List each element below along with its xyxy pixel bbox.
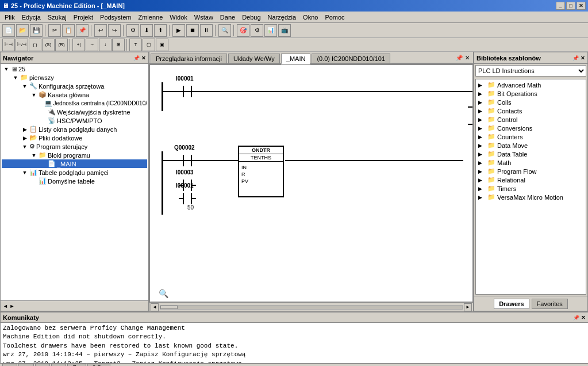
tree-listy[interactable]: ▶ 📋 Listy okna podglądu danych [2, 125, 147, 134]
tree-expand-listy[interactable]: ▶ [20, 127, 29, 132]
tb2-6[interactable]: +| [72, 39, 85, 51]
tb-upload[interactable]: ⬆ [154, 24, 167, 37]
tb-cut[interactable]: ✂ [48, 24, 61, 37]
tree-program[interactable]: ▼ ⚙ Program sterujący [2, 142, 147, 151]
maximize-button[interactable]: □ [566, 2, 575, 10]
tb2-12[interactable]: ▣ [156, 39, 168, 51]
hscroll-thumb[interactable] [160, 306, 178, 309]
tree-tabele[interactable]: ▼ 📊 Tabele podglądu pamięci [2, 168, 147, 177]
menu-zmienne[interactable]: Zmienne [134, 13, 166, 22]
hscroll-track[interactable] [160, 305, 463, 310]
library-pin[interactable]: 📌 ✕ [572, 55, 585, 61]
menu-edycja[interactable]: Edycja [18, 13, 44, 22]
lib-expand-advanced[interactable]: ▶ [478, 82, 487, 88]
bottom-tab-p[interactable]: ? P... [87, 364, 110, 366]
tb-search[interactable]: 🔍 [218, 24, 231, 37]
tb-open[interactable]: 📂 [16, 24, 29, 37]
tab-przegladarka[interactable]: Przeglądarka informacji [151, 54, 227, 63]
menu-okno[interactable]: Okno [299, 13, 321, 22]
tree-domyslne[interactable]: 📊 Domyślne tabele [2, 177, 147, 185]
tb2-3[interactable]: ( ) [29, 39, 41, 51]
tree-expand-bloki[interactable]: ▼ [29, 152, 39, 158]
lib-conversions[interactable]: ▶ 📁 Conversions [477, 124, 585, 132]
tb2-7[interactable]: → [86, 39, 98, 51]
tb-save[interactable]: 💾 [30, 24, 43, 37]
tb-run[interactable]: ▶ [172, 24, 185, 37]
tab-układy[interactable]: Układy We/Wy [228, 54, 280, 63]
canvas-hscroll[interactable]: ◄ ► [149, 302, 473, 311]
lib-expand-control[interactable]: ▶ [478, 117, 487, 123]
tb-target[interactable]: 🎯 [237, 24, 249, 37]
lib-expand-versamax[interactable]: ▶ [478, 195, 487, 200]
tb-undo[interactable]: ↩ [94, 24, 107, 37]
menu-pomoc[interactable]: Pomoc [321, 13, 348, 22]
tree-hsc[interactable]: 📡 HSC/PWM/PTO [2, 116, 147, 125]
tb-vars[interactable]: 📊 [264, 24, 277, 37]
tb2-11[interactable]: ▢ [143, 39, 155, 51]
lib-expand-bit[interactable]: ▶ [478, 91, 487, 97]
menu-projekt[interactable]: Projekt [70, 13, 97, 22]
navigator-tree[interactable]: ▼ 🖥 25 ▼ 📁 pierwszy ▼ 🔧 Konfiguracja spr… [1, 64, 148, 300]
tb-redo[interactable]: ↪ [108, 24, 121, 37]
menu-szukaj[interactable]: Szukaj [44, 13, 70, 22]
lib-expand-relational[interactable]: ▶ [478, 177, 487, 183]
lib-data-table[interactable]: ▶ 📁 Data Table [477, 150, 585, 158]
tree-pierwszy[interactable]: ▼ 📁 pierwszy [2, 73, 147, 82]
lib-expand-coils[interactable]: ▶ [478, 100, 487, 105]
tb-stop[interactable]: ⏹ [186, 24, 199, 37]
tree-expand-kaseta[interactable]: ▼ [29, 92, 39, 98]
lib-program-flow[interactable]: ▶ 📁 Program Flow [477, 167, 585, 176]
lib-relational[interactable]: ▶ 📁 Relational [477, 176, 585, 184]
tree-expand-pierwszy[interactable]: ▼ [11, 75, 20, 81]
tree-main[interactable]: 📄 _MAIN [2, 159, 147, 168]
bottom-tab-z[interactable]: Z... [67, 364, 86, 366]
tb-download[interactable]: ⬇ [140, 24, 153, 37]
lib-expand-conversions[interactable]: ▶ [478, 125, 487, 131]
menu-narzedzia[interactable]: Narzędzia [264, 13, 300, 22]
bottom-tab-2[interactable]: ... [18, 364, 33, 366]
tree-expand-tabele[interactable]: ▼ [20, 170, 29, 176]
lib-math[interactable]: ▶ 📁 Math [477, 158, 585, 167]
zoom-in-icon[interactable]: 🔍 [159, 289, 168, 298]
tb-compile[interactable]: ⚙ [126, 24, 139, 37]
tab-main[interactable]: _MAIN [281, 54, 311, 64]
tb-monitor[interactable]: 📺 [278, 24, 291, 37]
tb2-10[interactable]: T [129, 39, 142, 51]
minimize-button[interactable]: _ [556, 2, 565, 10]
bottom-tab-1[interactable]: ... [2, 364, 17, 366]
menu-dane[interactable]: Dane [217, 13, 239, 22]
tb-config[interactable]: ⚙ [251, 24, 263, 37]
tb2-2[interactable]: ⊢/⊣ [16, 39, 28, 51]
tb2-5[interactable]: (R) [55, 39, 68, 51]
tb-pause[interactable]: ⏸ [200, 24, 213, 37]
tb2-1[interactable]: ⊢⊣ [2, 39, 15, 51]
canvas-scroll-area[interactable]: 1 I00001 [149, 64, 473, 311]
tb2-8[interactable]: ↓ [99, 39, 112, 51]
tb-new[interactable]: 📄 [2, 24, 15, 37]
tree-expand-program[interactable]: ▼ [20, 144, 29, 150]
bottom-tab-3[interactable]: ... [35, 364, 50, 366]
lib-contacts[interactable]: ▶ 📁 Contacts [477, 106, 585, 115]
menu-wstaw[interactable]: Wstaw [191, 13, 217, 22]
library-dropdown[interactable]: PLC LD Instructions [475, 65, 586, 77]
lib-expand-math[interactable]: ▶ [478, 160, 487, 166]
menu-debug[interactable]: Debug [239, 13, 264, 22]
hscroll-left[interactable]: ◄ [151, 303, 159, 311]
tb2-4[interactable]: (S) [42, 39, 55, 51]
library-tree[interactable]: ▶ 📁 Advanced Math ▶ 📁 Bit Operations ▶ 📁… [475, 79, 586, 295]
lib-timers[interactable]: ▶ 📁 Timers [477, 184, 585, 193]
bottom-tab-4[interactable]: ... [51, 364, 66, 366]
lib-expand-datamove[interactable]: ▶ [478, 143, 487, 148]
lib-tab-favorites[interactable]: Favorites [532, 299, 568, 309]
komunikaty-pin[interactable]: 📌 ✕ [573, 315, 586, 321]
canvas-pin[interactable]: 📌 [456, 55, 463, 61]
lib-versamax[interactable]: ▶ 📁 VersaMax Micro Motion [477, 193, 585, 201]
lib-control[interactable]: ▶ 📁 Control [477, 115, 585, 124]
tree-bloki[interactable]: ▼ 📁 Bloki programu [2, 151, 147, 159]
tab-ic200[interactable]: (0.0) IC200NDD010/101 [312, 54, 390, 63]
tree-konfiguracja[interactable]: ▼ 🔧 Konfiguracja sprzętowa [2, 82, 147, 90]
tree-expand-root[interactable]: ▼ [2, 66, 11, 72]
tb-copy[interactable]: 📋 [62, 24, 75, 37]
lib-expand-counters[interactable]: ▶ [478, 134, 487, 140]
lib-data-move[interactable]: ▶ 📁 Data Move [477, 141, 585, 150]
